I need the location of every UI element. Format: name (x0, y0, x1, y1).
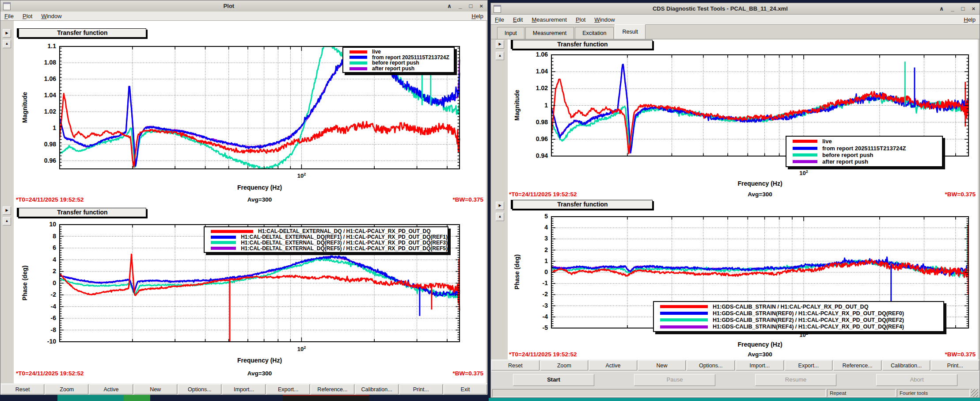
legend-swatch (349, 67, 367, 70)
options-button[interactable]: Options... (687, 360, 735, 370)
menu-window[interactable]: Window (594, 16, 615, 23)
resume-button: Resume (755, 374, 836, 386)
y-tick-label: -1 (518, 279, 548, 286)
import-button[interactable]: Import... (222, 384, 266, 394)
legend-swatch (211, 241, 236, 244)
reset-button[interactable]: Reset (491, 360, 539, 370)
avg-label: Avg=300 (725, 351, 795, 358)
maximize-button[interactable]: □ (469, 3, 473, 9)
panel-expand-button[interactable]: ▶ (496, 202, 504, 210)
legend-item: live (786, 138, 942, 145)
legend-swatch (349, 61, 367, 65)
legend-label: before report push (822, 152, 874, 158)
options-button[interactable]: Options... (178, 384, 221, 394)
panel-expand-button[interactable]: ▶ (496, 40, 504, 49)
y-tick-label: -6 (26, 314, 56, 321)
window-icon (3, 2, 11, 10)
window-icon (494, 5, 501, 13)
menu-plot[interactable]: Plot (576, 16, 585, 23)
reference-button[interactable]: Reference... (311, 384, 354, 394)
menu-edit[interactable]: Edit (513, 16, 523, 23)
reference-button[interactable]: Reference... (833, 360, 881, 370)
y-tick-label: -4 (518, 313, 548, 320)
calibration-button[interactable]: Calibration... (355, 384, 399, 394)
tab-result[interactable]: Result (615, 24, 645, 39)
y-tick-label: 0 (518, 268, 548, 275)
legend-label: H1:GDS-CALIB_STRAIN / H1:CAL-PCALY_RX_PD… (713, 304, 868, 310)
x-axis-label: Frequency (Hz) (707, 341, 813, 348)
legend-swatch (660, 325, 708, 328)
new-button[interactable]: New (638, 360, 686, 370)
panel-collapse-button[interactable]: ▲ (3, 40, 11, 48)
legend-item: H1:GDS-CALIB_STRAIN(REF2) / H1:CAL-PCALY… (654, 317, 943, 323)
export-button[interactable]: Export... (785, 360, 833, 370)
start-button[interactable]: Start (513, 374, 594, 386)
t0-label: *T0=24/11/2025 19:52:52 (16, 196, 84, 203)
active-button[interactable]: Active (89, 384, 133, 394)
window-controls: ∧_□× (939, 6, 980, 11)
left-titlebar[interactable]: Plot ∧_□× (0, 0, 487, 12)
legend-item: H1:GDS-CALIB_STRAIN(REF4) / H1:CAL-PCALY… (654, 324, 943, 330)
legend: H1:CAL-DELTAL_EXTERNAL_DQ / H1:CAL-PCALY… (204, 226, 448, 253)
exit-button[interactable]: Exit (444, 384, 487, 394)
active-button[interactable]: Active (589, 360, 637, 370)
tab-excitation[interactable]: Excitation (575, 27, 614, 39)
x-axis-label: Frequency (Hz) (207, 184, 313, 191)
menu-plot[interactable]: Plot (23, 13, 32, 19)
y-tick-label: 1.06 (518, 51, 548, 58)
legend-item: from report 20251115T213724Z (343, 55, 454, 61)
legend-item: after report push (343, 66, 454, 72)
menu-file[interactable]: File (4, 13, 14, 19)
zoom-button[interactable]: Zoom (540, 360, 589, 370)
legend-swatch (660, 312, 708, 315)
avg-label: Avg=300 (224, 370, 295, 377)
shade-button[interactable]: ∧ (939, 6, 944, 11)
y-tick-label: 0.98 (518, 118, 548, 126)
panel-expand-button[interactable]: ▶ (3, 29, 11, 38)
x-tick-label: 102 (794, 169, 813, 176)
right-titlebar[interactable]: CDS Diagnostic Test Tools - PCAL_BB_11_2… (491, 3, 980, 15)
close-button[interactable]: × (972, 6, 975, 11)
menu-measurement[interactable]: Measurement (532, 16, 567, 23)
tab-input[interactable]: Input (497, 27, 524, 39)
zoom-button[interactable]: Zoom (45, 384, 88, 394)
panel-expand-button[interactable]: ▶ (3, 206, 11, 215)
left-menubar: FilePlotWindowHelp (0, 11, 487, 21)
print-button[interactable]: Print... (931, 360, 979, 370)
resize-grip[interactable] (971, 389, 978, 397)
legend-swatch (793, 147, 817, 150)
y-tick-label: 0.94 (518, 152, 548, 159)
y-tick-label: -4 (26, 303, 56, 310)
close-button[interactable]: × (479, 3, 483, 9)
legend-swatch (660, 318, 708, 321)
panel-collapse-button[interactable]: ▲ (496, 213, 504, 221)
status-bar: RepeatFourier tools (491, 389, 980, 397)
legend-item: H1:CAL-DELTAL_EXTERNAL_DQ / H1:CAL-PCALY… (205, 229, 448, 234)
new-button[interactable]: New (134, 384, 177, 394)
print-button[interactable]: Print... (399, 384, 443, 394)
legend-item: H1:CAL-DELTAL_EXTERNAL_DQ(REF1) / H1:CAL… (205, 234, 448, 240)
menu-window[interactable]: Window (41, 13, 61, 19)
background-window-strip (57, 394, 124, 401)
menu-file[interactable]: File (495, 16, 504, 23)
shade-button[interactable]: ∧ (447, 3, 452, 9)
reset-button[interactable]: Reset (1, 384, 44, 394)
calibration-button[interactable]: Calibration... (882, 360, 931, 370)
legend-label: H1:GDS-CALIB_STRAIN(REF0) / H1:CAL-PCALY… (713, 310, 904, 317)
y-tick-label: 1.08 (26, 59, 56, 66)
y-tick-label: 2 (26, 267, 56, 275)
menu-help[interactable]: Help (964, 16, 976, 23)
menu-help[interactable]: Help (471, 13, 483, 19)
minimize-button[interactable]: _ (951, 6, 954, 11)
y-tick-label: 1 (26, 124, 56, 131)
y-axis-label: Phase (deg) (513, 206, 520, 338)
import-button[interactable]: Import... (736, 360, 784, 370)
panel-collapse-button[interactable]: ▲ (3, 217, 11, 225)
tab-measurement[interactable]: Measurement (525, 27, 574, 39)
legend-item: live (343, 49, 454, 55)
maximize-button[interactable]: □ (961, 6, 965, 11)
minimize-button[interactable]: _ (459, 3, 462, 9)
export-button[interactable]: Export... (266, 384, 310, 394)
right-window-title: CDS Diagnostic Test Tools - PCAL_BB_11_2… (501, 5, 939, 12)
panel-collapse-button[interactable]: ▲ (496, 52, 504, 60)
